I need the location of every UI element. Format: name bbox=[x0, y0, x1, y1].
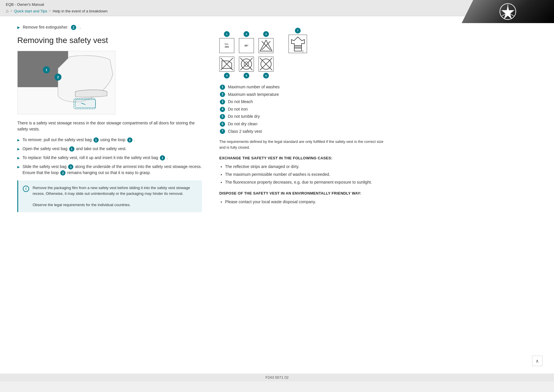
wash-row-1: 1 Max. 15x 2 40° bbox=[219, 28, 387, 53]
exchange-item-2: The maximum permissible number of washes… bbox=[225, 171, 387, 178]
instruction-item-2: ▶ Open the safety vest bag 1 and take ou… bbox=[17, 146, 202, 152]
intro-num-2: 2 bbox=[71, 25, 76, 30]
svg-text:1: 1 bbox=[46, 68, 47, 72]
instruction-2-text: Open the safety vest bag 1 and take out … bbox=[23, 146, 127, 152]
instruction-1-text: To remove: pull out the safety vest bag … bbox=[23, 137, 135, 143]
info-box-text: Remove the packaging film from a new saf… bbox=[33, 185, 197, 208]
header: EQB - Owner's Manual ⌂ > Quick start and… bbox=[0, 0, 554, 16]
dispose-heading: DISPOSE OF THE SAFETY VEST IN AN ENVIRON… bbox=[219, 191, 387, 195]
care-icon-vest: 2 bbox=[289, 35, 307, 53]
svg-text:2: 2 bbox=[57, 75, 59, 79]
instruction-3-text: To replace: fold the safety vest, roll i… bbox=[23, 155, 168, 161]
breadcrumb-current-page: Help in the event of a breakdown bbox=[53, 9, 108, 13]
num-2: 2 bbox=[127, 137, 132, 143]
wash-care-symbols: 1 Max. 15x 2 40° bbox=[219, 28, 387, 79]
care-label-4: 4 Do not iron bbox=[219, 107, 387, 112]
care-label-3: 3 Do not bleach bbox=[219, 99, 387, 105]
bullet-arrow-icon: ▶ bbox=[17, 25, 20, 29]
instruction-item-4: ▶ Slide the safety vest bag 1 along the … bbox=[17, 164, 202, 176]
info-icon: i bbox=[23, 186, 29, 192]
bullet-arrow-3-icon: ▶ bbox=[17, 156, 20, 160]
care-symbol-7: 7 2 bbox=[289, 28, 307, 53]
care-num-4: 4 bbox=[220, 107, 225, 112]
svg-point-6 bbox=[506, 10, 509, 13]
care-label-7: 7 Class 2 safety vest bbox=[219, 129, 387, 135]
num-1b: 1 bbox=[69, 146, 74, 152]
care-symbol-3: 3 bbox=[259, 31, 274, 53]
symbol-num-3: 3 bbox=[263, 31, 269, 37]
care-label-1-text: Maximum number of washes bbox=[228, 84, 280, 90]
logo-area bbox=[462, 0, 554, 23]
care-label-2-text: Maximum wash temperature bbox=[228, 92, 279, 98]
section-heading: Removing the safety vest bbox=[17, 36, 202, 45]
symbol-num-7: 7 bbox=[295, 28, 301, 33]
exchange-heading: EXCHANGE THE SAFETY VEST IN THE FOLLOWIN… bbox=[219, 156, 387, 160]
care-label-6-text: Do not dry clean bbox=[228, 121, 257, 127]
document-title: EQB - Owner's Manual bbox=[6, 2, 548, 7]
dispose-item-1: Please contact your local waste disposal… bbox=[225, 199, 387, 205]
instructions-list: ▶ To remove: pull out the safety vest ba… bbox=[17, 137, 202, 176]
care-num-2: 2 bbox=[220, 92, 225, 97]
bullet-arrow-4-icon: ▶ bbox=[17, 165, 20, 169]
care-num-6: 6 bbox=[220, 122, 225, 127]
right-column: 1 Max. 15x 2 40° bbox=[219, 25, 387, 365]
page-footer: F243 0071 02 bbox=[0, 374, 554, 381]
left-column: ▶ Remove fire extinguisher 2 . Removing … bbox=[17, 25, 202, 365]
care-labels-list: 1 Maximum number of washes 2 Maximum was… bbox=[219, 84, 387, 134]
symbol-num-1: 1 bbox=[224, 31, 230, 37]
num-1c: 1 bbox=[160, 155, 165, 160]
exchange-list: The reflective strips are damaged or dir… bbox=[219, 164, 387, 185]
scroll-up-button[interactable]: ∧ bbox=[532, 356, 542, 366]
care-icon-no-bleach bbox=[259, 38, 274, 53]
symbol-num-4: 4 bbox=[224, 73, 230, 79]
num-1: 1 bbox=[93, 137, 99, 143]
breadcrumb-sep-1: > bbox=[10, 9, 12, 13]
care-icon-max-wash: Max. 15x bbox=[219, 38, 234, 53]
description-text: There is a safety vest stowage recess in… bbox=[17, 120, 202, 132]
car-diagram: 1 2 bbox=[17, 51, 115, 114]
care-label-3-text: Do not bleach bbox=[228, 99, 253, 105]
care-num-5: 5 bbox=[220, 114, 225, 119]
care-symbol-4: 4 bbox=[219, 57, 234, 79]
exchange-item-1: The reflective strips are damaged or dir… bbox=[225, 164, 387, 170]
legal-note: The requirements defined by the legal st… bbox=[219, 139, 387, 150]
care-num-1: 1 bbox=[220, 85, 225, 90]
svg-text:2: 2 bbox=[302, 50, 304, 52]
care-num-3: 3 bbox=[220, 99, 225, 104]
care-num-7: 7 bbox=[220, 129, 225, 134]
care-label-1: 1 Maximum number of washes bbox=[219, 84, 387, 90]
instruction-item-3: ▶ To replace: fold the safety vest, roll… bbox=[17, 155, 202, 161]
breadcrumb-sep-2: > bbox=[49, 9, 51, 13]
bullet-arrow-2-icon: ▶ bbox=[17, 147, 20, 152]
wash-row-2: 4 5 bbox=[219, 57, 387, 79]
instruction-item-1: ▶ To remove: pull out the safety vest ba… bbox=[17, 137, 202, 143]
care-icon-wash-temp: 40° bbox=[239, 38, 254, 53]
care-symbol-2: 2 40° bbox=[239, 31, 254, 53]
care-icon-no-tumble bbox=[239, 57, 254, 72]
dispose-list: Please contact your local waste disposal… bbox=[219, 199, 387, 205]
care-label-5: 5 Do not tumble dry bbox=[219, 114, 387, 120]
care-icon-no-iron bbox=[219, 57, 234, 72]
main-content: ▶ Remove fire extinguisher 2 . Removing … bbox=[0, 16, 554, 374]
symbol-num-5: 5 bbox=[244, 73, 249, 79]
care-symbol-6: 6 bbox=[259, 57, 274, 79]
home-icon[interactable]: ⌂ bbox=[6, 8, 9, 14]
care-label-4-text: Do not iron bbox=[228, 107, 248, 112]
bullet-arrow-1-icon: ▶ bbox=[17, 138, 20, 143]
symbol-num-6: 6 bbox=[263, 73, 269, 79]
mercedes-logo-icon bbox=[499, 3, 516, 20]
care-symbol-5: 5 bbox=[239, 57, 254, 79]
svg-rect-14 bbox=[75, 100, 96, 108]
num-2d: 2 bbox=[60, 170, 65, 176]
instruction-4-text: Slide the safety vest bag 1 along the un… bbox=[23, 164, 202, 176]
num-1d: 1 bbox=[68, 164, 73, 169]
page-ref: F243 0071 02 bbox=[265, 375, 289, 380]
care-label-7-text: Class 2 safety vest bbox=[228, 129, 262, 135]
info-box: i Remove the packaging film from a new s… bbox=[17, 180, 202, 212]
car-diagram-svg: 1 2 bbox=[18, 51, 115, 114]
care-label-6: 6 Do not dry clean bbox=[219, 121, 387, 127]
symbol-num-2: 2 bbox=[244, 31, 249, 37]
intro-bullet: ▶ Remove fire extinguisher 2 . bbox=[17, 25, 202, 30]
care-symbol-1: 1 Max. 15x bbox=[219, 31, 234, 53]
breadcrumb-link-quickstart[interactable]: Quick start and Tips bbox=[14, 9, 47, 13]
